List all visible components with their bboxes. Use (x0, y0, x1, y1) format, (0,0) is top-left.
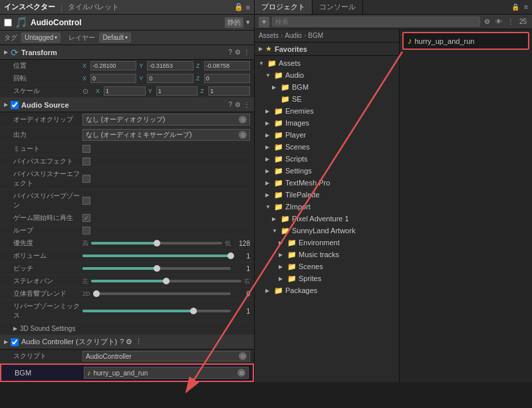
sound3d-row[interactable]: ▶ 3D Sound Settings (0, 322, 254, 335)
transform-section-header[interactable]: ▶ ⟳ Transform ? ⚙ ⋮ (0, 45, 254, 60)
tree-bgm[interactable]: ▶ 📁 BGM (255, 81, 399, 93)
right-tabs: プロジェクト コンソール 🔒 ≡ (255, 0, 532, 15)
audio-ctrl-header[interactable]: ▶ Audio Controller (スクリプト) ? ⚙ ⋮ (0, 335, 254, 350)
favorites-header[interactable]: ▶ ★ Favorites (255, 43, 399, 56)
spatial-track[interactable] (93, 292, 231, 295)
audiosource-settings-icon[interactable]: ⚙ (235, 101, 241, 108)
breadcrumb-audio[interactable]: Audio (285, 32, 302, 39)
layer-dropdown[interactable]: Default ▾ (99, 33, 131, 43)
menu-icon[interactable]: ≡ (246, 3, 250, 11)
output-field[interactable]: なし (オーディオミキサーグループ) ⊙ (82, 129, 250, 141)
search-input[interactable] (272, 17, 480, 27)
tree-settings[interactable]: ▶ 📁 Settings (255, 165, 399, 177)
priority-track[interactable] (91, 242, 222, 245)
play-on-awake-checkbox[interactable] (82, 214, 90, 222)
tree-zimport[interactable]: ▼ 📁 ZImport (255, 201, 399, 213)
reverb-thumb[interactable] (190, 308, 197, 314)
rotation-x[interactable] (90, 74, 136, 83)
bypass-checkbox[interactable] (82, 157, 90, 165)
audioctrl-menu-icon[interactable]: ⋮ (135, 338, 142, 346)
gameobject-active-checkbox[interactable] (4, 19, 12, 27)
output-select-btn[interactable]: ⊙ (239, 131, 247, 139)
rotation-y[interactable] (147, 74, 193, 83)
tab-menu-icon-right[interactable]: ≡ (523, 3, 529, 11)
tree-tilepalette[interactable]: ▶ 📁 TilePalette (255, 189, 399, 201)
breadcrumb-assets[interactable]: Assets (259, 32, 279, 39)
inspector-tab[interactable]: インスペクター (4, 2, 55, 12)
bgm-select-btn[interactable]: ⊙ (237, 369, 245, 377)
lock-icon[interactable]: 🔒 (234, 3, 243, 11)
bgm-field[interactable]: ♪ hurry_up_and_run ⊙ (84, 367, 249, 379)
right-panel: プロジェクト コンソール 🔒 ≡ + ⚙ 👁 ⋮ 25 (255, 0, 532, 382)
project-tab[interactable]: プロジェクト (255, 0, 313, 14)
tree-textmesh[interactable]: ▶ 📁 TextMesh Pro (255, 177, 399, 189)
tree-scripts[interactable]: ▶ 📁 Scripts (255, 153, 399, 165)
tree-images[interactable]: ▶ 📁 Images (255, 117, 399, 129)
volume-track[interactable] (82, 255, 231, 257)
loop-checkbox[interactable] (82, 227, 90, 235)
lock-icon-right[interactable]: 🔒 (510, 3, 521, 11)
tree-env[interactable]: ▶ 📁 Environment (255, 237, 399, 249)
scale-y[interactable] (156, 86, 198, 96)
mute-checkbox[interactable] (82, 145, 90, 153)
position-y[interactable] (147, 61, 193, 70)
add-asset-button[interactable]: + (259, 17, 269, 27)
scale-z[interactable] (208, 86, 250, 96)
tree-assets[interactable]: ▼ 📁 Assets (255, 57, 399, 69)
position-x[interactable] (90, 61, 136, 70)
tree-audio[interactable]: ▼ 📁 Audio (255, 69, 399, 81)
tree-sprites[interactable]: ▶ 📁 Sprites (255, 272, 399, 284)
tree-player[interactable]: ▶ 📁 Player (255, 129, 399, 141)
audioctrl-settings-icon[interactable]: ⚙ (126, 338, 132, 346)
transform-help-icon[interactable]: ? (228, 49, 232, 56)
bypass-listener-row: バイパスリスナーエフェクト (0, 168, 254, 190)
filter-icon[interactable]: ⚙ (483, 17, 491, 26)
audio-source-enable-checkbox[interactable] (11, 101, 19, 109)
eye-icon-2[interactable]: 25 (518, 17, 528, 26)
position-z[interactable] (204, 61, 250, 70)
transform-menu-icon[interactable]: ⋮ (243, 49, 250, 56)
stereo-track[interactable] (91, 280, 241, 282)
tree-sunnyland[interactable]: ▼ 📁 SunnyLand Artwork (255, 225, 399, 237)
bypass-label: バイパスエフェクト (13, 157, 80, 166)
tree-enemies[interactable]: ▶ 📁 Enemies (255, 105, 399, 117)
audiosource-help-icon[interactable]: ? (228, 101, 232, 108)
bypass-reverb-checkbox[interactable] (82, 197, 90, 205)
tree-pixel[interactable]: ▶ 📁 Pixel Adventure 1 (255, 213, 399, 225)
more-icon[interactable]: ⋮ (506, 17, 515, 26)
rotation-z[interactable] (204, 74, 250, 83)
spatial-thumb[interactable] (93, 290, 100, 297)
volume-thumb[interactable] (227, 253, 234, 259)
audiosource-menu-icon[interactable]: ⋮ (243, 101, 250, 108)
console-tab[interactable]: コンソール (313, 0, 363, 14)
tree-music[interactable]: ▶ 📁 Music tracks (255, 249, 399, 260)
script-select-btn[interactable]: ⊙ (239, 352, 247, 360)
pitch-track[interactable] (82, 267, 231, 270)
tree-scenes[interactable]: ▶ 📁 Scenes (255, 141, 399, 153)
stereo-thumb[interactable] (163, 278, 170, 284)
stereo-fill (91, 280, 166, 282)
tree-scenes2[interactable]: ▶ 📁 Scenes (255, 260, 399, 272)
rotation-label: 回転 (13, 74, 80, 83)
bypass-listener-checkbox[interactable] (82, 175, 90, 183)
bgm-label: BGM (15, 369, 81, 377)
audioctrl-help-icon[interactable]: ? (120, 338, 124, 346)
tag-dropdown[interactable]: Untagged ▾ (21, 33, 61, 43)
pitch-thumb[interactable] (154, 265, 160, 272)
audioclip-field[interactable]: なし (オーディオクリップ) ⊙ (82, 114, 250, 126)
breadcrumb-bgm[interactable]: BGM (308, 32, 323, 39)
highlighted-file[interactable]: ♪ hurry_up_and_run (402, 32, 529, 50)
reverb-track[interactable] (82, 310, 231, 312)
scale-x[interactable] (104, 86, 146, 96)
script-field[interactable]: AudioController ⊙ (82, 351, 250, 361)
tilepalette-tab[interactable]: タイルパレット (68, 2, 119, 12)
transform-settings-icon[interactable]: ⚙ (235, 49, 241, 56)
go-menu-icon[interactable]: ▾ (246, 18, 250, 27)
audio-ctrl-enable-checkbox[interactable] (11, 338, 19, 346)
audioclip-select-btn[interactable]: ⊙ (239, 116, 247, 124)
audio-source-section-header[interactable]: ▶ Audio Source ? ⚙ ⋮ (0, 98, 254, 112)
tree-packages[interactable]: ▶ 📁 Packages (255, 284, 399, 296)
tree-se[interactable]: 📁 SE (255, 93, 399, 105)
priority-thumb[interactable] (154, 240, 160, 247)
view-icon[interactable]: 👁 (494, 17, 503, 26)
